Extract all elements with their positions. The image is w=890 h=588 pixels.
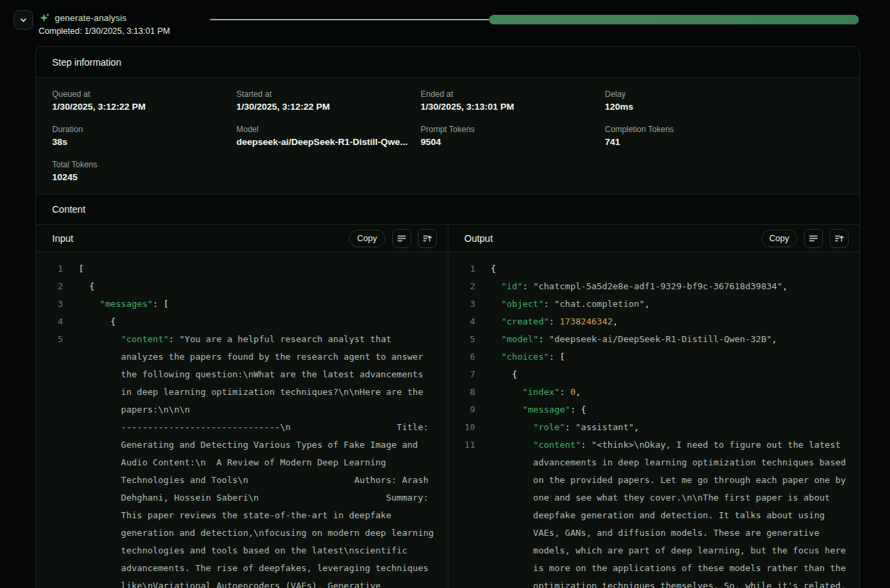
chevron-down-icon xyxy=(18,15,28,25)
output-code-line: 10 "role": "assistant", xyxy=(465,419,849,436)
step-information-header: Step information xyxy=(36,47,860,78)
line-number: 5 xyxy=(52,331,63,348)
input-code-line: generation and detection,\nfocusing on m… xyxy=(52,524,437,542)
info-field-total-tokens: Total Tokens10245 xyxy=(52,160,236,183)
input-code-line: papers:\n\n\n xyxy=(52,401,437,419)
field-label: Completion Tokens xyxy=(605,125,789,134)
line-number xyxy=(52,383,63,401)
output-panel-header: Output Copy xyxy=(448,225,860,252)
input-code-line: the following question:\nWhat are the la… xyxy=(52,366,437,383)
line-number xyxy=(52,542,63,560)
code-text: advancements. The rise of deepfakes, lev… xyxy=(79,560,429,577)
code-text: "index": 0, xyxy=(491,383,581,401)
code-text: advancements in deep learning optimizati… xyxy=(491,454,846,471)
output-scroll-top-button[interactable] xyxy=(830,229,849,248)
output-code-line: 7 { xyxy=(465,366,849,383)
line-number: 10 xyxy=(465,419,475,436)
output-code-line: on the provided papers. Let me go throug… xyxy=(465,471,849,489)
code-text: papers:\n\n\n xyxy=(79,401,190,419)
sparkles-icon xyxy=(39,12,50,24)
step-detail-panel: Step information Queued at1/30/2025, 3:1… xyxy=(35,46,860,588)
output-panel-title: Output xyxy=(465,233,761,244)
field-value: 38s xyxy=(52,136,236,148)
output-word-wrap-button[interactable] xyxy=(804,229,823,248)
line-number: 2 xyxy=(465,278,475,295)
code-text: optimization techniques themselves. So, … xyxy=(491,577,846,588)
output-code-line: VAEs, GANs, and diffusion models. These … xyxy=(465,524,849,542)
code-text: technologies and tools based on the late… xyxy=(79,542,407,560)
code-text: { xyxy=(491,366,517,383)
line-number: 5 xyxy=(465,331,475,348)
line-number xyxy=(465,454,475,471)
input-code-line: 1[ xyxy=(52,260,437,278)
collapse-step-button[interactable] xyxy=(14,10,33,30)
line-number: 2 xyxy=(52,278,63,295)
output-copy-button[interactable]: Copy xyxy=(761,230,797,247)
code-text: on the provided papers. Let me go throug… xyxy=(491,471,846,489)
field-label: Model xyxy=(236,125,421,134)
code-text: generation and detection,\nfocusing on m… xyxy=(79,524,433,542)
code-text: is more on the applications of these mod… xyxy=(491,560,846,577)
line-number xyxy=(465,542,475,560)
scroll-to-top-icon xyxy=(834,234,844,243)
code-text: "choices": [ xyxy=(491,348,566,366)
input-code-line: like\nVariational Autoencoders (VAEs), G… xyxy=(52,577,437,588)
output-code-line: 2 "id": "chatcmpl-5a5d2e8e-adf1-9329-bf9… xyxy=(465,278,849,295)
output-code-line: 11 "content": "<think>\nOkay, I need to … xyxy=(465,436,849,454)
info-field-queued-at: Queued at1/30/2025, 3:12:22 PM xyxy=(52,89,236,112)
line-number xyxy=(52,524,63,542)
input-code-line: 5 "content": "You are a helpful research… xyxy=(52,331,437,348)
word-wrap-icon xyxy=(809,234,818,243)
input-scroll-top-button[interactable] xyxy=(418,229,437,248)
line-number: 3 xyxy=(52,295,63,313)
line-number xyxy=(52,454,63,471)
input-code-line: This paper reviews the state-of-the-art … xyxy=(52,507,437,524)
code-text: VAEs, GANs, and diffusion models. These … xyxy=(491,524,820,542)
step-completed-timestamp: Completed: 1/30/2025, 3:13:01 PM xyxy=(39,26,170,36)
input-code-line: 4 { xyxy=(52,313,437,331)
code-text: { xyxy=(491,260,496,278)
code-text: models, which are part of deep learning,… xyxy=(491,542,846,560)
line-number xyxy=(52,436,63,454)
info-field-duration: Duration38s xyxy=(52,125,236,148)
output-panel: Output Copy 1{2 "id": "chatcmpl- xyxy=(448,225,860,588)
field-label: Delay xyxy=(605,89,789,99)
code-text: [ xyxy=(79,260,84,278)
line-number xyxy=(52,348,63,366)
line-number xyxy=(465,489,475,507)
scroll-to-top-icon xyxy=(423,234,432,243)
input-word-wrap-button[interactable] xyxy=(392,229,411,248)
info-field-prompt-tokens: Prompt Tokens9504 xyxy=(421,125,605,148)
input-code-line: analyzes the papers found by the researc… xyxy=(52,348,437,366)
output-code-line: advancements in deep learning optimizati… xyxy=(465,454,849,471)
code-text: Technologies and Tools\n Authors: Arash xyxy=(79,471,429,489)
output-code-line: deepfake generation and detection. It ta… xyxy=(465,507,849,524)
line-number: 6 xyxy=(465,348,475,366)
line-number xyxy=(465,524,475,542)
info-field-model: Modeldeepseek-ai/DeepSeek-R1-Distill-Qwe… xyxy=(236,125,421,148)
timeline-active-bar[interactable] xyxy=(489,15,859,24)
code-text: "messages": [ xyxy=(79,295,169,313)
input-code-line: in deep learning optimization techniques… xyxy=(52,383,437,401)
input-copy-button[interactable]: Copy xyxy=(349,230,385,247)
input-code-viewer[interactable]: 1[2 {3 "messages": [4 {5 "content": "You… xyxy=(36,252,448,588)
output-code-viewer[interactable]: 1{2 "id": "chatcmpl-5a5d2e8e-adf1-9329-b… xyxy=(448,252,860,588)
line-number xyxy=(52,401,63,419)
code-text: "content": "<think>\nOkay, I need to fig… xyxy=(491,436,841,454)
output-code-line: 6 "choices": [ xyxy=(465,348,849,366)
code-text: Dehghani, Hossein Saberi\n Summary: xyxy=(79,489,429,507)
line-number: 11 xyxy=(465,436,475,454)
field-value: 120ms xyxy=(605,101,789,112)
line-number xyxy=(52,560,63,577)
field-label: Started at xyxy=(236,89,421,99)
output-code-line: 8 "index": 0, xyxy=(465,383,849,401)
output-code-line: models, which are part of deep learning,… xyxy=(465,542,849,560)
info-field-started-at: Started at1/30/2025, 3:12:22 PM xyxy=(236,89,421,112)
field-value: 1/30/2025, 3:12:22 PM xyxy=(52,101,236,112)
code-text: ------------------------------\n Title: xyxy=(79,419,429,436)
code-text: in deep learning optimization techniques… xyxy=(79,383,423,401)
field-label: Duration xyxy=(52,125,236,134)
step-header: generate-analysis Completed: 1/30/2025, … xyxy=(39,12,170,36)
line-number xyxy=(52,419,63,436)
line-number xyxy=(465,507,475,524)
